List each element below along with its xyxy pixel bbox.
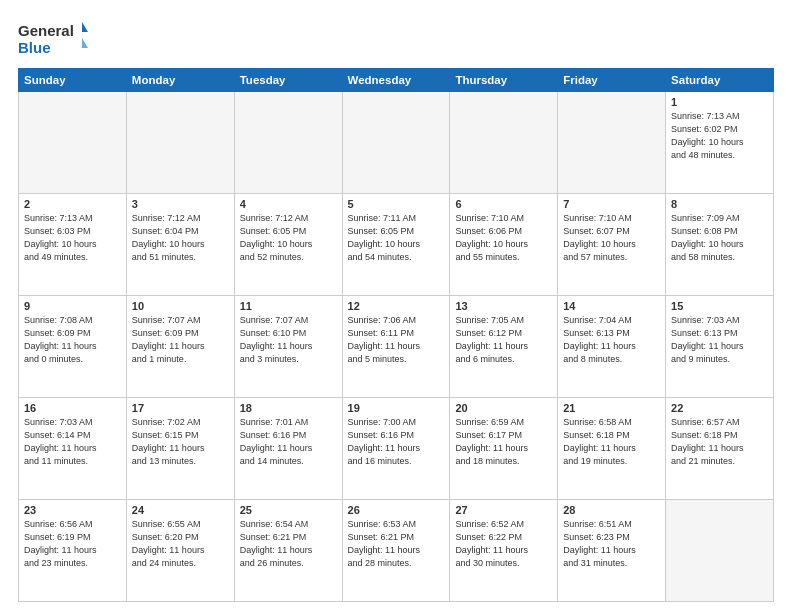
day-number: 5 (348, 198, 445, 210)
day-info: Sunrise: 7:12 AM Sunset: 6:04 PM Dayligh… (132, 212, 229, 264)
day-info: Sunrise: 7:11 AM Sunset: 6:05 PM Dayligh… (348, 212, 445, 264)
day-info: Sunrise: 6:52 AM Sunset: 6:22 PM Dayligh… (455, 518, 552, 570)
day-number: 20 (455, 402, 552, 414)
day-info: Sunrise: 6:51 AM Sunset: 6:23 PM Dayligh… (563, 518, 660, 570)
day-number: 13 (455, 300, 552, 312)
col-header-tuesday: Tuesday (234, 69, 342, 92)
day-info: Sunrise: 7:09 AM Sunset: 6:08 PM Dayligh… (671, 212, 768, 264)
calendar-cell: 19Sunrise: 7:00 AM Sunset: 6:16 PM Dayli… (342, 398, 450, 500)
calendar-cell: 27Sunrise: 6:52 AM Sunset: 6:22 PM Dayli… (450, 500, 558, 602)
day-info: Sunrise: 7:12 AM Sunset: 6:05 PM Dayligh… (240, 212, 337, 264)
calendar-cell (234, 92, 342, 194)
day-info: Sunrise: 7:13 AM Sunset: 6:03 PM Dayligh… (24, 212, 121, 264)
calendar-cell: 25Sunrise: 6:54 AM Sunset: 6:21 PM Dayli… (234, 500, 342, 602)
day-number: 26 (348, 504, 445, 516)
week-row-4: 16Sunrise: 7:03 AM Sunset: 6:14 PM Dayli… (19, 398, 774, 500)
calendar-cell: 16Sunrise: 7:03 AM Sunset: 6:14 PM Dayli… (19, 398, 127, 500)
calendar-cell: 20Sunrise: 6:59 AM Sunset: 6:17 PM Dayli… (450, 398, 558, 500)
col-header-friday: Friday (558, 69, 666, 92)
calendar-cell: 7Sunrise: 7:10 AM Sunset: 6:07 PM Daylig… (558, 194, 666, 296)
calendar-cell: 8Sunrise: 7:09 AM Sunset: 6:08 PM Daylig… (666, 194, 774, 296)
col-header-monday: Monday (126, 69, 234, 92)
day-number: 19 (348, 402, 445, 414)
day-info: Sunrise: 7:04 AM Sunset: 6:13 PM Dayligh… (563, 314, 660, 366)
calendar-cell: 4Sunrise: 7:12 AM Sunset: 6:05 PM Daylig… (234, 194, 342, 296)
day-number: 12 (348, 300, 445, 312)
calendar-cell: 17Sunrise: 7:02 AM Sunset: 6:15 PM Dayli… (126, 398, 234, 500)
calendar-cell: 21Sunrise: 6:58 AM Sunset: 6:18 PM Dayli… (558, 398, 666, 500)
day-number: 8 (671, 198, 768, 210)
calendar-cell (450, 92, 558, 194)
day-number: 23 (24, 504, 121, 516)
day-number: 4 (240, 198, 337, 210)
day-info: Sunrise: 7:07 AM Sunset: 6:09 PM Dayligh… (132, 314, 229, 366)
calendar-cell: 6Sunrise: 7:10 AM Sunset: 6:06 PM Daylig… (450, 194, 558, 296)
day-number: 24 (132, 504, 229, 516)
calendar-cell (126, 92, 234, 194)
day-number: 14 (563, 300, 660, 312)
day-info: Sunrise: 7:03 AM Sunset: 6:14 PM Dayligh… (24, 416, 121, 468)
calendar-cell: 23Sunrise: 6:56 AM Sunset: 6:19 PM Dayli… (19, 500, 127, 602)
day-number: 27 (455, 504, 552, 516)
week-row-1: 1Sunrise: 7:13 AM Sunset: 6:02 PM Daylig… (19, 92, 774, 194)
day-number: 28 (563, 504, 660, 516)
day-info: Sunrise: 7:07 AM Sunset: 6:10 PM Dayligh… (240, 314, 337, 366)
day-info: Sunrise: 7:03 AM Sunset: 6:13 PM Dayligh… (671, 314, 768, 366)
logo-svg: General Blue (18, 18, 88, 60)
day-info: Sunrise: 6:54 AM Sunset: 6:21 PM Dayligh… (240, 518, 337, 570)
day-number: 2 (24, 198, 121, 210)
col-header-saturday: Saturday (666, 69, 774, 92)
page: General Blue SundayMondayTuesdayWednesda… (0, 0, 792, 612)
day-info: Sunrise: 7:06 AM Sunset: 6:11 PM Dayligh… (348, 314, 445, 366)
calendar-cell: 24Sunrise: 6:55 AM Sunset: 6:20 PM Dayli… (126, 500, 234, 602)
day-number: 7 (563, 198, 660, 210)
calendar-cell: 10Sunrise: 7:07 AM Sunset: 6:09 PM Dayli… (126, 296, 234, 398)
day-info: Sunrise: 6:53 AM Sunset: 6:21 PM Dayligh… (348, 518, 445, 570)
calendar-cell: 13Sunrise: 7:05 AM Sunset: 6:12 PM Dayli… (450, 296, 558, 398)
day-info: Sunrise: 7:00 AM Sunset: 6:16 PM Dayligh… (348, 416, 445, 468)
day-info: Sunrise: 6:58 AM Sunset: 6:18 PM Dayligh… (563, 416, 660, 468)
calendar-cell: 15Sunrise: 7:03 AM Sunset: 6:13 PM Dayli… (666, 296, 774, 398)
header: General Blue (18, 18, 774, 60)
svg-text:Blue: Blue (18, 39, 51, 56)
calendar-cell: 3Sunrise: 7:12 AM Sunset: 6:04 PM Daylig… (126, 194, 234, 296)
calendar-cell: 5Sunrise: 7:11 AM Sunset: 6:05 PM Daylig… (342, 194, 450, 296)
day-number: 3 (132, 198, 229, 210)
svg-marker-3 (82, 38, 88, 48)
day-number: 10 (132, 300, 229, 312)
calendar-header-row: SundayMondayTuesdayWednesdayThursdayFrid… (19, 69, 774, 92)
calendar-cell: 14Sunrise: 7:04 AM Sunset: 6:13 PM Dayli… (558, 296, 666, 398)
day-info: Sunrise: 6:57 AM Sunset: 6:18 PM Dayligh… (671, 416, 768, 468)
col-header-wednesday: Wednesday (342, 69, 450, 92)
svg-text:General: General (18, 22, 74, 39)
day-info: Sunrise: 7:02 AM Sunset: 6:15 PM Dayligh… (132, 416, 229, 468)
col-header-sunday: Sunday (19, 69, 127, 92)
day-number: 22 (671, 402, 768, 414)
day-number: 11 (240, 300, 337, 312)
calendar-cell: 28Sunrise: 6:51 AM Sunset: 6:23 PM Dayli… (558, 500, 666, 602)
calendar-cell: 12Sunrise: 7:06 AM Sunset: 6:11 PM Dayli… (342, 296, 450, 398)
calendar-table: SundayMondayTuesdayWednesdayThursdayFrid… (18, 68, 774, 602)
day-number: 17 (132, 402, 229, 414)
day-info: Sunrise: 7:08 AM Sunset: 6:09 PM Dayligh… (24, 314, 121, 366)
week-row-3: 9Sunrise: 7:08 AM Sunset: 6:09 PM Daylig… (19, 296, 774, 398)
day-number: 21 (563, 402, 660, 414)
day-info: Sunrise: 7:13 AM Sunset: 6:02 PM Dayligh… (671, 110, 768, 162)
day-info: Sunrise: 6:55 AM Sunset: 6:20 PM Dayligh… (132, 518, 229, 570)
day-number: 25 (240, 504, 337, 516)
logo: General Blue (18, 18, 88, 60)
week-row-5: 23Sunrise: 6:56 AM Sunset: 6:19 PM Dayli… (19, 500, 774, 602)
calendar-cell: 26Sunrise: 6:53 AM Sunset: 6:21 PM Dayli… (342, 500, 450, 602)
calendar-cell (342, 92, 450, 194)
week-row-2: 2Sunrise: 7:13 AM Sunset: 6:03 PM Daylig… (19, 194, 774, 296)
day-info: Sunrise: 6:56 AM Sunset: 6:19 PM Dayligh… (24, 518, 121, 570)
calendar-cell: 18Sunrise: 7:01 AM Sunset: 6:16 PM Dayli… (234, 398, 342, 500)
day-info: Sunrise: 7:05 AM Sunset: 6:12 PM Dayligh… (455, 314, 552, 366)
calendar-cell (19, 92, 127, 194)
calendar-cell: 1Sunrise: 7:13 AM Sunset: 6:02 PM Daylig… (666, 92, 774, 194)
day-info: Sunrise: 7:01 AM Sunset: 6:16 PM Dayligh… (240, 416, 337, 468)
day-number: 6 (455, 198, 552, 210)
day-info: Sunrise: 7:10 AM Sunset: 6:06 PM Dayligh… (455, 212, 552, 264)
day-number: 9 (24, 300, 121, 312)
calendar-cell (666, 500, 774, 602)
